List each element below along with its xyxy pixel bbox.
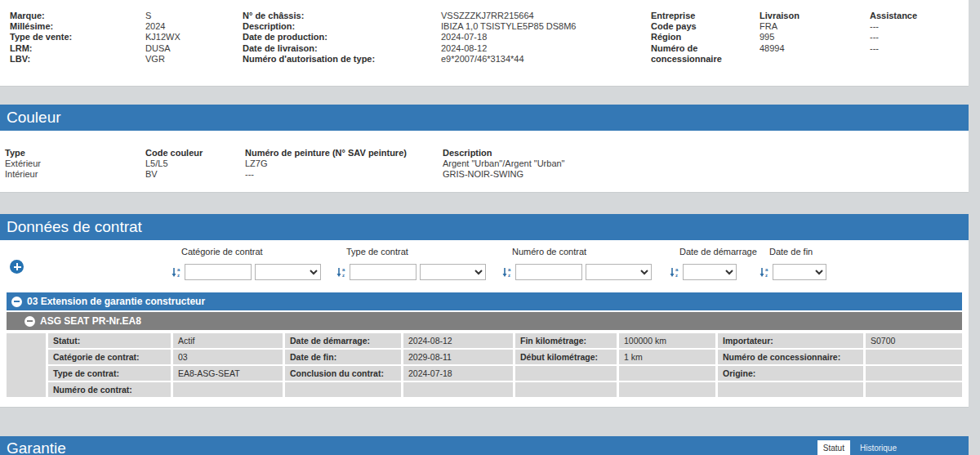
- contrat-panel: Catégorie de contrat az Type de contrat …: [0, 240, 969, 408]
- svg-text:z: z: [675, 273, 678, 278]
- field-value: VSSZZZKJ7RR215664: [441, 11, 651, 21]
- detail-value: [866, 350, 962, 364]
- garantie-tabs: Statut Historique: [817, 440, 897, 455]
- column-header: Numéro de peinture (N° SAV peinture): [245, 148, 443, 158]
- filter-label: Date de démarrage: [679, 247, 757, 256]
- filter-categorie-de-contrat: Catégorie de contrat az: [172, 247, 321, 280]
- sort-icon[interactable]: az: [502, 267, 512, 278]
- detail-label: [515, 366, 617, 381]
- field-label: Date de production:: [243, 32, 441, 42]
- sort-icon[interactable]: az: [670, 267, 679, 278]
- field-label: Région: [651, 32, 760, 42]
- filter-type-input[interactable]: [350, 264, 416, 280]
- table-cell: L5/L5: [145, 158, 245, 169]
- filter-date-demarrage-select[interactable]: [683, 264, 737, 280]
- contract-subgroup-header[interactable]: ASG SEAT PR-Nr.EA8: [7, 312, 962, 330]
- field-value: ---: [870, 21, 960, 32]
- detail-label: Conclusion du contrat:: [285, 366, 401, 381]
- detail-label: Numéro de contrat:: [48, 382, 171, 397]
- detail-label: Catégorie de contrat:: [48, 350, 171, 364]
- column-header: Type: [5, 148, 145, 158]
- filter-label: Numéro de contrat: [512, 247, 652, 256]
- detail-label: Date de fin:: [285, 350, 401, 364]
- detail-label: Fin kilométrage:: [515, 333, 617, 348]
- detail-value: 2029-08-11: [403, 350, 513, 364]
- detail-label: Type de contrat:: [48, 366, 171, 381]
- detail-value: 1 km: [619, 350, 715, 364]
- sort-icon[interactable]: az: [336, 267, 346, 278]
- page-content: Marque: S Millésime: 2024 Type de vente:…: [0, 0, 969, 455]
- detail-value: [173, 382, 283, 397]
- svg-text:z: z: [508, 273, 510, 278]
- detail-value: Actif: [173, 333, 283, 348]
- detail-label: Date de démarrage:: [285, 333, 401, 348]
- svg-text:z: z: [342, 273, 345, 278]
- filter-numero-input[interactable]: [515, 264, 582, 280]
- couleur-panel: Type Code couleur Numéro de peinture (N°…: [0, 131, 969, 193]
- field-value: S: [145, 11, 243, 21]
- svg-text:a: a: [765, 267, 768, 272]
- table-cell: Extérieur: [5, 158, 145, 169]
- field-label: LRM:: [10, 43, 145, 54]
- svg-text:a: a: [342, 267, 345, 272]
- vehicle-info-middle: N° de châssis: VSSZZZKJ7RR215664 Descrip…: [243, 11, 651, 86]
- table-cell: Intérieur: [5, 169, 145, 180]
- table-cell: GRIS-NOIR-SWING: [443, 169, 969, 180]
- field-label: Date de livraison:: [243, 43, 441, 54]
- filter-numero-de-contrat: Numéro de contrat az: [502, 247, 652, 280]
- contrat-section-header: Données de contrat: [0, 214, 969, 240]
- couleur-table: Type Code couleur Numéro de peinture (N°…: [5, 148, 969, 181]
- section-title: Données de contrat: [7, 218, 142, 236]
- contract-details-table: Statut: Actif Date de démarrage: 2024-08…: [7, 333, 962, 397]
- table-cell: Argent "Urban"/Argent "Urban": [443, 158, 969, 169]
- sort-icon[interactable]: az: [760, 267, 769, 278]
- collapse-icon[interactable]: [24, 316, 35, 327]
- spacer: [0, 408, 969, 436]
- field-label: N° de châssis:: [243, 11, 441, 21]
- couleur-section-header: Couleur: [0, 105, 969, 131]
- tab-statut[interactable]: Statut: [817, 440, 850, 455]
- filter-date-fin-select[interactable]: [773, 264, 826, 280]
- filter-date-demarrage: Date de démarrage az: [670, 247, 757, 280]
- contract-group-header[interactable]: 03 Extension de garantie constructeur: [7, 292, 962, 310]
- add-contract-icon[interactable]: [10, 260, 24, 274]
- detail-label: Origine:: [718, 366, 863, 381]
- detail-label: Statut:: [48, 333, 171, 348]
- column-header: Description: [443, 148, 969, 158]
- detail-value: [866, 382, 962, 397]
- garantie-section-header: Garantie Statut Historique: [0, 436, 969, 455]
- field-label: Type de vente:: [10, 32, 145, 42]
- sort-icon[interactable]: az: [172, 267, 181, 278]
- column-header: Code couleur: [145, 148, 245, 158]
- collapse-icon[interactable]: [11, 297, 22, 307]
- field-value: 2024-07-18: [441, 32, 651, 42]
- filter-categorie-select[interactable]: [255, 264, 321, 280]
- company-header: Assistance: [870, 11, 960, 21]
- field-value: 995: [760, 32, 870, 42]
- vehicle-info-left: Marque: S Millésime: 2024 Type de vente:…: [10, 11, 243, 86]
- table-cell: LZ7G: [245, 158, 443, 169]
- svg-text:a: a: [675, 267, 679, 272]
- detail-label: Début kilométrage:: [515, 350, 617, 364]
- contract-filter-bar: Catégorie de contrat az Type de contrat …: [0, 240, 969, 292]
- table-cell: BV: [145, 169, 245, 180]
- section-title: Garantie: [7, 439, 66, 455]
- filter-categorie-input[interactable]: [185, 264, 252, 280]
- table-cell: ---: [245, 169, 443, 180]
- svg-text:a: a: [177, 267, 180, 272]
- section-title: Couleur: [7, 109, 61, 127]
- filter-type-select[interactable]: [420, 264, 486, 280]
- field-label: Numéro d'autorisation de type:: [243, 54, 441, 65]
- svg-text:a: a: [508, 267, 511, 272]
- detail-label: [718, 382, 863, 397]
- spacer: [0, 193, 969, 214]
- field-value: IBIZA 1,0 TSISTYLE5P85 DS8M6: [441, 21, 651, 32]
- filter-numero-select[interactable]: [586, 264, 652, 280]
- row-selector-stub: [7, 333, 46, 397]
- company-header: Entreprise: [651, 11, 760, 21]
- filter-label: Type de contrat: [346, 247, 486, 256]
- field-label: Millésime:: [10, 21, 145, 32]
- tab-historique[interactable]: Historique: [860, 440, 897, 455]
- detail-label: Numéro de concessionnaire:: [718, 350, 863, 364]
- detail-value: 100000 km: [619, 333, 715, 348]
